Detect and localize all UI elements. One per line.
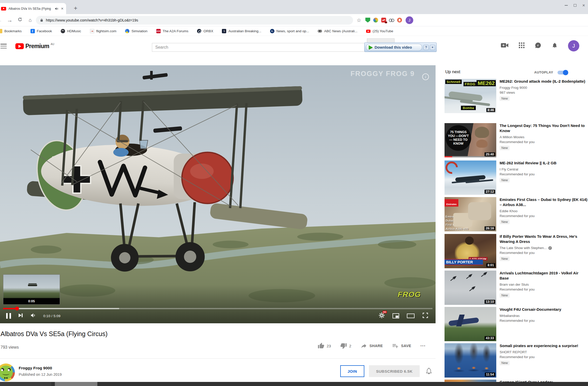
video-player[interactable]: FROGGY FROG 9 i FROG 0:05 0:10 / 5:09 (0, 65, 436, 323)
related-video-title[interactable]: Arrivals Luchtmachtdagen 2019 - Volkel A… (500, 271, 588, 281)
home-button[interactable]: ⌂ (25, 17, 35, 23)
window-maximize-button[interactable] (571, 2, 579, 9)
subscribed-button[interactable]: SUBSCRIBED 6.5K (369, 365, 420, 377)
miniplayer-icon[interactable] (393, 313, 399, 318)
related-video-title[interactable]: Emirates First Class – Dubai to Sydney (… (500, 197, 588, 207)
tab-audio-icon[interactable] (55, 7, 59, 11)
bookmark-item[interactable]: Bookmarks (4, 29, 22, 33)
extension-sphere-icon[interactable] (373, 18, 378, 23)
orbx-icon (197, 29, 201, 33)
related-video-thumbnail[interactable]: 43:33 (445, 307, 496, 341)
browser-tab[interactable]: Albatros DVa Vs SE5a (Flying × (0, 3, 66, 14)
related-video-thumbnail[interactable]: EmiratesEmirates (EK 414)Dubai to Sydney… (445, 197, 496, 231)
share-button[interactable]: SHARE (360, 342, 383, 349)
url-text[interactable]: https://www.youtube.com/watch?v=4h31bh-g… (46, 18, 138, 22)
divider (0, 358, 436, 359)
related-video-item[interactable]: LATE SHOWBILLY PORTER8:01 If Billy Porte… (445, 234, 588, 270)
download-this-video-button[interactable]: Download this video (366, 44, 422, 51)
reload-button[interactable] (15, 17, 25, 23)
bookmark-item[interactable]: HDMusic (61, 29, 81, 33)
notifications-bell-icon[interactable] (552, 42, 558, 50)
youtube-icon (366, 30, 370, 33)
related-video-thumbnail[interactable]: 27:12 (445, 160, 496, 195)
create-video-icon[interactable] (501, 42, 509, 49)
autoplay-toggle[interactable] (558, 71, 568, 74)
related-video-title[interactable]: German 'Giant' Over London: (500, 380, 588, 382)
extension-icon[interactable] (397, 18, 402, 23)
related-video-item[interactable]: 43:33 Vought F4U Corsair-Documentary Mrb… (445, 307, 588, 343)
bookmark-item[interactable]: News, sport and op... (270, 29, 309, 33)
tab-close-icon[interactable]: × (61, 6, 64, 11)
youtube-premium-logo[interactable]: Premium AU (15, 42, 54, 50)
related-video-title[interactable]: ME-262 Initial Review || IL-2 GB (500, 160, 588, 166)
related-video-thumbnail[interactable]: 75 THINGS YOU —DON'T— NEED TO KNOW25:40 (445, 123, 496, 157)
bookmark-item[interactable]: (25) YouTube (366, 29, 393, 33)
related-video-channel: Bram van der Sluis ✓ (500, 283, 588, 286)
browser-profile-avatar[interactable]: J (406, 16, 413, 24)
account-avatar[interactable]: J (568, 40, 579, 51)
forward-button[interactable]: → (5, 17, 15, 24)
like-button[interactable]: 23 (318, 342, 331, 349)
related-video-title[interactable]: The Longest Day: 75 Things You Don't Nee… (500, 123, 588, 133)
related-video-title[interactable]: If Billy Porter Wants To Wear A Dress, H… (500, 234, 588, 244)
theater-mode-icon[interactable] (407, 314, 415, 318)
related-video-item[interactable]: German 'Giant' Over London: ✓ (445, 380, 588, 382)
fullscreen-icon[interactable] (422, 312, 428, 319)
window-close-button[interactable]: × (579, 2, 588, 9)
related-video-thumbnail[interactable]: 11:54 (445, 343, 496, 378)
publish-date: Published on 12 Jun 2019 (19, 372, 62, 377)
related-video-thumbnail[interactable]: LATE SHOWBILLY PORTER8:01 (445, 234, 496, 268)
more-actions-button[interactable]: ••• (420, 344, 426, 348)
adblock-plus-icon[interactable] (381, 18, 386, 23)
channel-avatar[interactable] (0, 363, 15, 381)
menu-hamburger-icon[interactable] (1, 44, 7, 48)
related-video-title[interactable]: Vought F4U Corsair-Documentary (500, 307, 588, 312)
related-video-item[interactable]: 13:10 Arrivals Luchtmachtdagen 2019 - Vo… (445, 271, 588, 306)
pause-button[interactable] (6, 313, 11, 319)
bookmark-label: News, sport and op... (276, 29, 309, 33)
related-video-thumbnail[interactable] (445, 380, 496, 382)
back-button[interactable]: ← (0, 17, 5, 24)
save-button[interactable]: SAVE (392, 342, 411, 349)
adblock-shield-icon[interactable] (365, 18, 370, 23)
info-cards-icon[interactable]: i (422, 73, 429, 80)
australian-breaking-icon (222, 29, 226, 33)
bookmark-item[interactable]: ABC News (Australi... (318, 29, 357, 33)
related-video-title[interactable]: ME262: Ground attack mode (IL-2 Bodenpla… (500, 79, 588, 84)
related-video-item[interactable]: SchnnellFROGME262Bomba8:46 ME262: Ground… (445, 79, 588, 115)
progress-scrubber[interactable] (15, 307, 19, 310)
bookmark-item[interactable]: flightsim.com (90, 29, 117, 33)
progress-bar[interactable] (3, 308, 432, 309)
volume-button[interactable] (30, 312, 37, 319)
window-minimize-button[interactable] (562, 2, 571, 9)
glasses-extension-icon[interactable] (389, 18, 394, 23)
messages-icon[interactable] (535, 42, 541, 50)
url-bar[interactable]: https://www.youtube.com/watch?v=4h31bh-g… (36, 16, 353, 25)
related-video-item[interactable]: EmiratesEmirates (EK 414)Dubai to Sydney… (445, 197, 588, 233)
bookmark-item[interactable]: Australian Breaking... (222, 29, 261, 33)
next-button[interactable] (18, 313, 23, 319)
channel-name[interactable]: Froggy Frog 9000 (19, 366, 52, 370)
related-video-item[interactable]: 75 THINGS YOU —DON'T— NEED TO KNOW25:40 … (445, 123, 588, 159)
related-video-title[interactable]: Somali pirates are experiencing a surpri… (500, 343, 588, 348)
bookmark-item[interactable]: Facebook (30, 29, 52, 33)
bookmark-item[interactable]: The A2A Forums (156, 29, 189, 33)
channel-notify-bell-icon[interactable] (425, 367, 432, 376)
bookmark-label: ABC News (Australi... (324, 29, 357, 33)
search-input[interactable] (152, 43, 367, 52)
settings-gear-icon[interactable]: HD (379, 312, 385, 319)
youtube-apps-icon[interactable] (519, 42, 524, 49)
related-video-item[interactable]: 11:54 Somali pirates are experiencing a … (445, 343, 588, 379)
bookmark-item[interactable]: ORBX (197, 29, 213, 33)
join-button[interactable]: JOIN (340, 365, 364, 377)
bookmark-item[interactable]: Simviation (125, 29, 147, 33)
new-tab-button[interactable]: + (71, 4, 80, 13)
download-close-button[interactable]: × (430, 45, 435, 50)
tab-title: Albatros DVa Vs SE5a (Flying (8, 7, 52, 10)
related-video-thumbnail[interactable]: 13:10 (445, 271, 496, 305)
dislike-button[interactable]: 2 (340, 342, 351, 349)
related-video-thumbnail[interactable]: SchnnellFROGME262Bomba8:46 (445, 79, 496, 113)
related-video-item[interactable]: 27:12 ME-262 Initial Review || IL-2 GB I… (445, 160, 588, 196)
bookmark-star-icon[interactable]: ☆ (357, 17, 361, 23)
download-help-button[interactable]: ? (424, 45, 429, 50)
